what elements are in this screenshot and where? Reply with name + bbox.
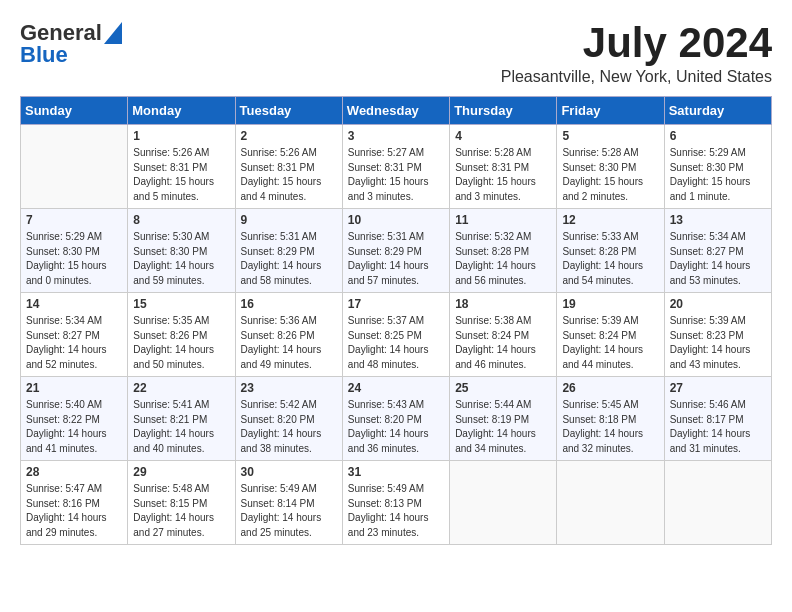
cell-sun-info: Sunrise: 5:36 AM Sunset: 8:26 PM Dayligh… (241, 314, 337, 372)
cell-sun-info: Sunrise: 5:31 AM Sunset: 8:29 PM Dayligh… (348, 230, 444, 288)
cell-sun-info: Sunrise: 5:37 AM Sunset: 8:25 PM Dayligh… (348, 314, 444, 372)
day-number: 24 (348, 381, 444, 395)
day-number: 19 (562, 297, 658, 311)
cell-sun-info: Sunrise: 5:39 AM Sunset: 8:23 PM Dayligh… (670, 314, 766, 372)
day-number: 29 (133, 465, 229, 479)
calendar-week-row: 1Sunrise: 5:26 AM Sunset: 8:31 PM Daylig… (21, 125, 772, 209)
day-number: 28 (26, 465, 122, 479)
day-number: 25 (455, 381, 551, 395)
calendar-cell: 22Sunrise: 5:41 AM Sunset: 8:21 PM Dayli… (128, 377, 235, 461)
calendar-cell: 19Sunrise: 5:39 AM Sunset: 8:24 PM Dayli… (557, 293, 664, 377)
calendar-cell: 26Sunrise: 5:45 AM Sunset: 8:18 PM Dayli… (557, 377, 664, 461)
day-number: 27 (670, 381, 766, 395)
day-of-week-header: Tuesday (235, 97, 342, 125)
calendar-cell: 25Sunrise: 5:44 AM Sunset: 8:19 PM Dayli… (450, 377, 557, 461)
cell-sun-info: Sunrise: 5:42 AM Sunset: 8:20 PM Dayligh… (241, 398, 337, 456)
day-number: 12 (562, 213, 658, 227)
calendar-cell: 31Sunrise: 5:49 AM Sunset: 8:13 PM Dayli… (342, 461, 449, 545)
day-number: 4 (455, 129, 551, 143)
calendar-cell: 24Sunrise: 5:43 AM Sunset: 8:20 PM Dayli… (342, 377, 449, 461)
cell-sun-info: Sunrise: 5:32 AM Sunset: 8:28 PM Dayligh… (455, 230, 551, 288)
day-number: 21 (26, 381, 122, 395)
cell-sun-info: Sunrise: 5:49 AM Sunset: 8:14 PM Dayligh… (241, 482, 337, 540)
calendar-cell: 10Sunrise: 5:31 AM Sunset: 8:29 PM Dayli… (342, 209, 449, 293)
cell-sun-info: Sunrise: 5:27 AM Sunset: 8:31 PM Dayligh… (348, 146, 444, 204)
calendar-cell: 6Sunrise: 5:29 AM Sunset: 8:30 PM Daylig… (664, 125, 771, 209)
cell-sun-info: Sunrise: 5:26 AM Sunset: 8:31 PM Dayligh… (241, 146, 337, 204)
svg-marker-0 (104, 22, 122, 44)
calendar-week-row: 21Sunrise: 5:40 AM Sunset: 8:22 PM Dayli… (21, 377, 772, 461)
day-number: 18 (455, 297, 551, 311)
calendar-cell: 9Sunrise: 5:31 AM Sunset: 8:29 PM Daylig… (235, 209, 342, 293)
calendar-week-row: 28Sunrise: 5:47 AM Sunset: 8:16 PM Dayli… (21, 461, 772, 545)
day-number: 3 (348, 129, 444, 143)
day-number: 5 (562, 129, 658, 143)
calendar-cell: 2Sunrise: 5:26 AM Sunset: 8:31 PM Daylig… (235, 125, 342, 209)
calendar-cell: 29Sunrise: 5:48 AM Sunset: 8:15 PM Dayli… (128, 461, 235, 545)
cell-sun-info: Sunrise: 5:28 AM Sunset: 8:30 PM Dayligh… (562, 146, 658, 204)
day-of-week-header: Wednesday (342, 97, 449, 125)
cell-sun-info: Sunrise: 5:38 AM Sunset: 8:24 PM Dayligh… (455, 314, 551, 372)
title-block: July 2024 Pleasantville, New York, Unite… (501, 20, 772, 86)
day-number: 15 (133, 297, 229, 311)
day-number: 22 (133, 381, 229, 395)
day-number: 13 (670, 213, 766, 227)
day-number: 6 (670, 129, 766, 143)
day-number: 26 (562, 381, 658, 395)
day-number: 20 (670, 297, 766, 311)
day-number: 9 (241, 213, 337, 227)
day-number: 14 (26, 297, 122, 311)
day-number: 1 (133, 129, 229, 143)
cell-sun-info: Sunrise: 5:29 AM Sunset: 8:30 PM Dayligh… (670, 146, 766, 204)
calendar-cell: 16Sunrise: 5:36 AM Sunset: 8:26 PM Dayli… (235, 293, 342, 377)
cell-sun-info: Sunrise: 5:47 AM Sunset: 8:16 PM Dayligh… (26, 482, 122, 540)
cell-sun-info: Sunrise: 5:30 AM Sunset: 8:30 PM Dayligh… (133, 230, 229, 288)
logo-arrow-icon (104, 22, 122, 44)
cell-sun-info: Sunrise: 5:33 AM Sunset: 8:28 PM Dayligh… (562, 230, 658, 288)
day-number: 7 (26, 213, 122, 227)
calendar-cell: 13Sunrise: 5:34 AM Sunset: 8:27 PM Dayli… (664, 209, 771, 293)
logo: General Blue (20, 20, 122, 68)
cell-sun-info: Sunrise: 5:29 AM Sunset: 8:30 PM Dayligh… (26, 230, 122, 288)
page-header: General Blue July 2024 Pleasantville, Ne… (20, 20, 772, 86)
cell-sun-info: Sunrise: 5:45 AM Sunset: 8:18 PM Dayligh… (562, 398, 658, 456)
cell-sun-info: Sunrise: 5:40 AM Sunset: 8:22 PM Dayligh… (26, 398, 122, 456)
day-number: 16 (241, 297, 337, 311)
cell-sun-info: Sunrise: 5:46 AM Sunset: 8:17 PM Dayligh… (670, 398, 766, 456)
cell-sun-info: Sunrise: 5:48 AM Sunset: 8:15 PM Dayligh… (133, 482, 229, 540)
cell-sun-info: Sunrise: 5:28 AM Sunset: 8:31 PM Dayligh… (455, 146, 551, 204)
calendar-cell: 27Sunrise: 5:46 AM Sunset: 8:17 PM Dayli… (664, 377, 771, 461)
cell-sun-info: Sunrise: 5:31 AM Sunset: 8:29 PM Dayligh… (241, 230, 337, 288)
calendar-cell: 21Sunrise: 5:40 AM Sunset: 8:22 PM Dayli… (21, 377, 128, 461)
day-number: 17 (348, 297, 444, 311)
calendar-cell: 12Sunrise: 5:33 AM Sunset: 8:28 PM Dayli… (557, 209, 664, 293)
day-number: 2 (241, 129, 337, 143)
calendar-cell: 17Sunrise: 5:37 AM Sunset: 8:25 PM Dayli… (342, 293, 449, 377)
calendar-week-row: 7Sunrise: 5:29 AM Sunset: 8:30 PM Daylig… (21, 209, 772, 293)
calendar-cell (21, 125, 128, 209)
day-of-week-header: Monday (128, 97, 235, 125)
cell-sun-info: Sunrise: 5:41 AM Sunset: 8:21 PM Dayligh… (133, 398, 229, 456)
cell-sun-info: Sunrise: 5:34 AM Sunset: 8:27 PM Dayligh… (26, 314, 122, 372)
month-year-title: July 2024 (501, 20, 772, 66)
calendar-week-row: 14Sunrise: 5:34 AM Sunset: 8:27 PM Dayli… (21, 293, 772, 377)
day-number: 23 (241, 381, 337, 395)
cell-sun-info: Sunrise: 5:43 AM Sunset: 8:20 PM Dayligh… (348, 398, 444, 456)
cell-sun-info: Sunrise: 5:49 AM Sunset: 8:13 PM Dayligh… (348, 482, 444, 540)
day-of-week-header: Saturday (664, 97, 771, 125)
day-number: 10 (348, 213, 444, 227)
day-number: 11 (455, 213, 551, 227)
cell-sun-info: Sunrise: 5:35 AM Sunset: 8:26 PM Dayligh… (133, 314, 229, 372)
cell-sun-info: Sunrise: 5:34 AM Sunset: 8:27 PM Dayligh… (670, 230, 766, 288)
calendar-header-row: SundayMondayTuesdayWednesdayThursdayFrid… (21, 97, 772, 125)
day-of-week-header: Friday (557, 97, 664, 125)
calendar-cell (664, 461, 771, 545)
calendar-cell: 15Sunrise: 5:35 AM Sunset: 8:26 PM Dayli… (128, 293, 235, 377)
calendar-cell: 23Sunrise: 5:42 AM Sunset: 8:20 PM Dayli… (235, 377, 342, 461)
day-of-week-header: Thursday (450, 97, 557, 125)
calendar-cell: 8Sunrise: 5:30 AM Sunset: 8:30 PM Daylig… (128, 209, 235, 293)
day-number: 31 (348, 465, 444, 479)
calendar-cell (557, 461, 664, 545)
calendar-cell: 7Sunrise: 5:29 AM Sunset: 8:30 PM Daylig… (21, 209, 128, 293)
calendar-cell: 20Sunrise: 5:39 AM Sunset: 8:23 PM Dayli… (664, 293, 771, 377)
